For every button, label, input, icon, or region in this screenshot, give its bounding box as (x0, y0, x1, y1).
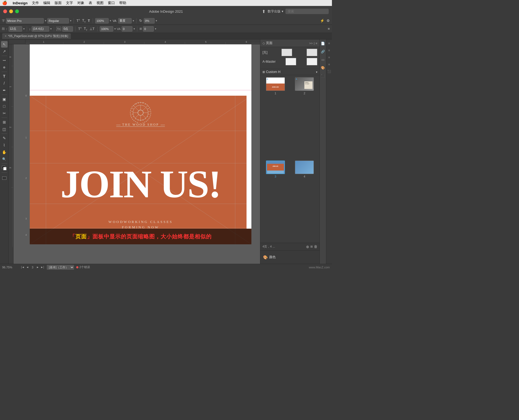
strip2-icon-5[interactable]: ⬛ (327, 69, 331, 74)
custom-dropdown-icon[interactable]: ▾ (316, 71, 317, 74)
canvas-scroll[interactable]: THE WOOD SHOP JOIN US! WOODWORKING CLASS… (14, 44, 260, 264)
none-master-item[interactable]: [无] (262, 49, 317, 56)
color2-strip-icon[interactable]: 🎨 (321, 65, 325, 70)
maximize-button[interactable] (15, 9, 19, 13)
stroke-strip-icon[interactable]: ▭ (321, 57, 325, 62)
scissors-tool[interactable]: ✂ (1, 110, 8, 116)
minimize-button[interactable] (9, 9, 13, 13)
settings-icon[interactable]: ⚙ (326, 19, 330, 23)
skew-input[interactable] (144, 18, 155, 24)
a-master-item[interactable]: A-Master (262, 58, 317, 65)
line-tool[interactable]: / (1, 80, 8, 86)
tt-super2-icon[interactable]: TT (78, 27, 82, 31)
hand-tool[interactable]: ✋ (1, 149, 8, 155)
last-page-button[interactable]: ►| (40, 266, 45, 269)
frame-tool[interactable]: ▣ (1, 96, 8, 102)
menu-help[interactable]: 帮助 (119, 1, 126, 5)
close-button[interactable] (3, 9, 7, 13)
leading-input[interactable] (32, 26, 49, 32)
document-tab[interactable]: × *05_PageSize.indd @ 97% [GPU 预览] [转换] (2, 33, 71, 39)
new-master-button[interactable]: ⊕ (306, 245, 309, 249)
font-style-dropdown-icon[interactable]: ▾ (70, 19, 71, 22)
tt-super-icon[interactable]: TT (76, 19, 81, 23)
strip2-icon-1[interactable]: ≡ (327, 41, 331, 45)
direct-select-tool[interactable]: ↗ (1, 48, 8, 55)
preview-mode-tool[interactable] (1, 175, 8, 181)
leading-icon[interactable]: ↨ (29, 27, 31, 31)
h-scale-dropdown-icon[interactable]: ▾ (114, 27, 116, 30)
grid-icon[interactable]: ⊞ (139, 27, 142, 31)
pen-tool[interactable]: ✒ (1, 87, 8, 94)
tracking-input[interactable] (95, 18, 109, 24)
page-1-item[interactable]: A JOIN US! 1 (262, 77, 288, 157)
font-size-dropdown-icon[interactable]: ▾ (23, 27, 25, 30)
shape-tool[interactable]: □ (1, 103, 8, 109)
pages-strip-icon[interactable]: 📄 (321, 41, 325, 46)
page-3-item[interactable]: A JOIN US! 3 (262, 161, 288, 241)
unit-dropdown-icon[interactable]: ▾ (133, 19, 134, 22)
tt-sub-icon[interactable]: TT (82, 18, 86, 23)
publish-button[interactable]: 数字出版 ▾ (268, 9, 283, 14)
unit-input[interactable] (118, 18, 132, 24)
baseline-input[interactable] (143, 26, 154, 32)
strip2-icon-4[interactable]: ≡ (327, 62, 331, 66)
fill-stroke-tool[interactable] (1, 165, 8, 171)
page-2-item[interactable]: A READYTO SHIP 2 (292, 77, 318, 157)
menu-edit[interactable]: 编辑 (43, 1, 50, 5)
menu-file[interactable]: 文件 (32, 1, 39, 5)
apple-menu[interactable]: 🍎 (2, 1, 7, 5)
layer-strip-icon[interactable]: ⬛ (321, 74, 325, 78)
gap-tool[interactable]: ⊶ (1, 57, 8, 64)
zoom-tool[interactable]: 🔍 (1, 156, 8, 162)
search-input[interactable] (285, 9, 329, 14)
prev-page-button[interactable]: ◄ (26, 266, 29, 269)
first-page-button[interactable]: |◄ (21, 266, 25, 269)
font-style-input[interactable] (47, 18, 69, 24)
menu-indesign[interactable]: InDesign (13, 1, 28, 5)
select-tool[interactable]: ↖ (1, 41, 8, 48)
baseline-dropdown-icon[interactable]: ▾ (155, 27, 156, 30)
content-collector-tool[interactable]: ⊕ (1, 64, 8, 71)
type-tool[interactable]: T (1, 73, 8, 79)
font-name-input[interactable] (6, 18, 44, 24)
free-transform-tool[interactable]: ⊞ (1, 119, 8, 125)
add-page-button[interactable]: ⊞ (310, 245, 313, 248)
skew-dropdown-icon[interactable]: ▾ (156, 19, 157, 22)
tab-close-icon[interactable]: × (5, 35, 6, 38)
links-strip-icon[interactable]: 🔗 (321, 49, 325, 54)
strip2-icon-3[interactable]: ≡ (327, 55, 331, 59)
kerning-input[interactable] (62, 26, 73, 32)
delete-page-button[interactable]: 🗑 (314, 245, 317, 249)
tt-sub2-icon[interactable]: TT (83, 26, 88, 31)
gradient-swatch-tool[interactable]: ◫ (1, 126, 8, 132)
t-icon[interactable]: T (87, 19, 91, 23)
next-page-button[interactable]: ► (36, 266, 39, 269)
tracking-dropdown-icon[interactable]: ▾ (110, 19, 111, 22)
menu-table[interactable]: 表 (89, 1, 92, 5)
menu-layout[interactable]: 版面 (55, 1, 62, 5)
font-size-up-icon[interactable]: ↑ (6, 27, 8, 31)
panel-menu-icon[interactable]: ≡ (316, 42, 317, 45)
strip2-icon-2[interactable]: ≡ (327, 48, 331, 52)
font-size-input[interactable] (9, 26, 22, 32)
aa-icon[interactable]: Aa (56, 27, 61, 31)
page-4-item[interactable]: A 4 (292, 161, 318, 241)
h-scale-input[interactable] (100, 26, 113, 32)
menu-type[interactable]: 文字 (66, 1, 73, 5)
leading-dropdown-icon[interactable]: ▾ (50, 27, 52, 30)
share-button[interactable]: ⬆ (262, 9, 265, 14)
font-name-dropdown-icon[interactable]: ▾ (45, 19, 46, 22)
view-mode-select[interactable]: [基本]（工作） (47, 265, 74, 270)
v-scale-input[interactable] (122, 26, 132, 32)
para-settings-icon[interactable]: ≡ (327, 27, 330, 31)
lightning-icon[interactable]: ⚡ (320, 19, 325, 23)
menu-object[interactable]: 对象 (77, 1, 84, 5)
panel-expand-icon[interactable]: >> (309, 42, 313, 45)
t-baseline-icon[interactable]: ⊥T (89, 27, 95, 31)
menu-view[interactable]: 视图 (97, 1, 104, 5)
menu-window[interactable]: 窗口 (108, 1, 115, 5)
note-tool[interactable]: ✎ (1, 135, 8, 141)
v-scale-dropdown-icon[interactable]: ▾ (134, 27, 135, 30)
eyedropper-tool[interactable]: ⌇ (1, 142, 8, 148)
rotate-icon[interactable]: ↻ (139, 19, 143, 23)
